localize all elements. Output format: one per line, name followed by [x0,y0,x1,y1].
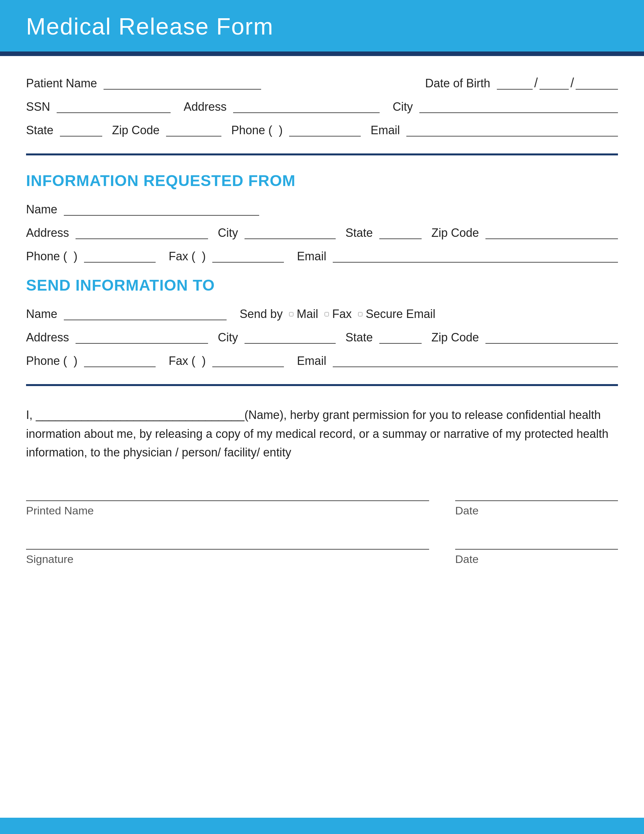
info-requested-title: INFORMATION REQUESTED FROM [26,172,618,190]
send-address-input[interactable] [76,332,208,344]
dob-slash-2: / [570,76,574,90]
fax-label: Fax [332,307,352,321]
ssn-label: SSN [26,100,50,114]
date-line-1 [455,488,618,501]
mail-label: Mail [297,307,318,321]
info-req-email-label: Email [297,249,326,263]
info-requested-section: INFORMATION REQUESTED FROM Name Address … [26,172,618,263]
dob-year-input[interactable] [576,78,618,90]
secure-email-label: Secure Email [366,307,435,321]
fax-checkbox[interactable] [324,312,329,316]
divider-2 [26,384,618,386]
phone-label-1: Phone ( [231,123,272,137]
info-req-zip-label: Zip Code [431,226,479,240]
page: Medical Release Form Patient Name Date o… [0,0,644,834]
dob-label: Date of Birth [425,76,490,90]
consent-section: I, ________________________________(Name… [26,406,618,462]
info-req-address-input[interactable] [76,227,208,239]
info-req-row-2: Address City State Zip Code [26,226,618,240]
sig-row-1: Printed Name Date [26,488,618,517]
info-req-name-label: Name [26,203,57,216]
send-info-row-1: Name Send by Mail Fax Secure Email [26,307,618,321]
zip-label-1: Zip Code [112,123,160,137]
signature-line [26,537,429,550]
state-label-1: State [26,123,53,137]
dob-day-input[interactable] [539,78,569,90]
send-name-label: Name [26,307,57,321]
send-phone-label: Phone ( [26,354,67,368]
city-label-1: City [393,100,413,114]
patient-row-2: SSN Address City [26,100,618,114]
send-info-title: SEND INFORMATION TO [26,276,618,294]
info-req-zip-input[interactable] [486,227,618,239]
info-req-row-3: Phone ( ) Fax ( ) Email [26,249,618,263]
send-state-label: State [345,331,373,344]
info-req-state-input[interactable] [379,227,421,239]
send-zip-label: Zip Code [431,331,479,344]
printed-name-line [26,488,429,501]
patient-section: Patient Name Date of Birth / / SSN Addre… [26,76,618,137]
signature-label: Signature [26,553,429,566]
signature-group: Signature [26,537,429,566]
dob-slash-1: / [534,76,538,90]
state-input-1[interactable] [60,125,102,136]
date-group-2: Date [455,537,618,566]
send-state-input[interactable] [379,332,421,344]
send-by-label: Send by [240,307,282,321]
printed-name-group: Printed Name [26,488,429,517]
address-label-1: Address [184,100,227,114]
date-label-1: Date [455,504,618,517]
footer-bar [0,818,644,834]
send-fax-input[interactable] [212,356,284,367]
info-req-address-label: Address [26,226,69,240]
form-body: Patient Name Date of Birth / / SSN Addre… [0,56,644,818]
phone-suffix-1: ) [279,123,282,137]
send-phone-suffix: ) [74,354,77,368]
dob-month-input[interactable] [497,78,533,90]
info-req-email-input[interactable] [333,251,618,263]
send-info-row-2: Address City State Zip Code [26,331,618,344]
consent-text: I, ________________________________(Name… [26,406,618,462]
patient-row-1: Patient Name Date of Birth / / [26,76,618,90]
send-name-input[interactable] [64,309,227,320]
date-group-1: Date [455,488,618,517]
send-email-label: Email [297,354,326,368]
info-req-row-1: Name [26,203,618,216]
email-label-1: Email [371,123,400,137]
address-input-1[interactable] [233,101,379,113]
info-req-phone-suffix: ) [74,249,77,263]
send-info-row-3: Phone ( ) Fax ( ) Email [26,354,618,368]
send-address-label: Address [26,331,69,344]
send-phone-input[interactable] [84,356,156,367]
page-title: Medical Release Form [26,13,618,40]
city-input-1[interactable] [420,101,618,113]
info-req-city-label: City [218,226,238,240]
patient-name-input[interactable] [103,78,261,90]
date-line-2 [455,537,618,550]
header: Medical Release Form [0,0,644,56]
send-fax-label: Fax ( [169,354,195,368]
send-zip-input[interactable] [486,332,618,344]
signature-section: Printed Name Date Signature Date [26,488,618,566]
mail-checkbox[interactable] [289,312,293,316]
email-input-1[interactable] [406,125,618,136]
divider-1 [26,154,618,155]
dob-group: / / [497,76,618,90]
ssn-input[interactable] [56,101,171,113]
info-req-fax-input[interactable] [212,251,284,263]
info-req-city-input[interactable] [245,227,336,239]
send-city-input[interactable] [245,332,336,344]
sig-row-2: Signature Date [26,537,618,566]
send-by-group: Send by Mail Fax Secure Email [240,307,439,321]
send-city-label: City [218,331,238,344]
patient-row-3: State Zip Code Phone ( ) Email [26,123,618,137]
info-req-state-label: State [345,226,373,240]
phone-input-1[interactable] [289,125,361,136]
send-email-input[interactable] [333,356,618,367]
patient-name-label: Patient Name [26,76,97,90]
info-req-phone-input[interactable] [84,251,156,263]
zip-input-1[interactable] [166,125,221,136]
info-req-fax-suffix: ) [202,249,206,263]
secure-email-checkbox[interactable] [358,312,362,316]
info-req-name-input[interactable] [64,204,259,216]
